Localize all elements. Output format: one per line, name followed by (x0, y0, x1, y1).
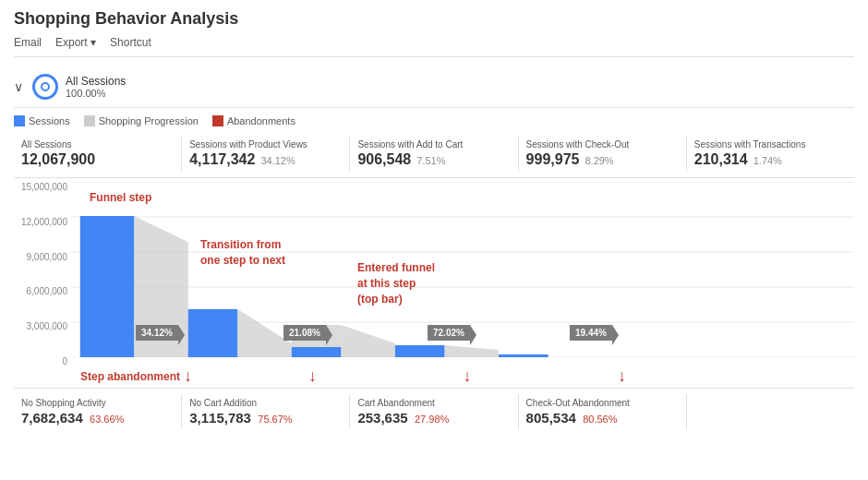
arrow-34: 34.12% (136, 325, 178, 341)
chart-area: 34.12% 21.08% 72.02% (71, 182, 854, 366)
segment-name: All Sessions (66, 75, 126, 88)
abandon-annotation: Step abandonment (80, 370, 180, 383)
abandon-no-cart: No Cart Addition 3,115,783 75.67% (182, 394, 350, 429)
sessions-color (14, 115, 25, 126)
arrow-72: 72.02% (428, 325, 470, 341)
y-axis: 15,000,000 12,000,000 9,000,000 6,000,00… (14, 182, 71, 366)
svg-marker-12 (341, 325, 394, 357)
abandon-arrow-icon: ↓ (184, 366, 192, 386)
metric-checkout: Sessions with Check-Out 999,9758.29% (519, 136, 687, 172)
legend-progression: Shopping Progression (84, 115, 199, 126)
legend-abandonments: Abandonments (212, 115, 295, 126)
segment-pct: 100.00% (66, 88, 126, 99)
email-button[interactable]: Email (14, 36, 42, 49)
down-arrow-2: ↓ (308, 366, 317, 386)
svg-rect-6 (80, 216, 134, 357)
metric-transactions: Sessions with Transactions 210,3141.74% (687, 136, 854, 172)
segment-chevron[interactable]: ∨ (14, 79, 23, 94)
abandonment-row: No Shopping Activity 7,682,634 63.66% No… (14, 388, 854, 429)
abandon-no-shopping: No Shopping Activity 7,682,634 63.66% (14, 394, 182, 429)
page-title: Shopping Behavior Analysis (14, 9, 854, 29)
export-button[interactable]: Export (55, 36, 96, 49)
metric-product-views: Sessions with Product Views 4,117,34234.… (182, 136, 350, 172)
abandon-cart: Cart Abandonment 253,635 27.98% (350, 394, 518, 429)
legend-sessions: Sessions (14, 115, 70, 126)
svg-rect-8 (188, 309, 238, 357)
progression-color (84, 115, 95, 126)
metric-add-to-cart: Sessions with Add to Cart 906,5487.51% (350, 136, 518, 172)
down-arrow-4: ↓ (618, 366, 626, 386)
abandon-checkout: Check-Out Abandonment 805,534 80.56% (519, 394, 687, 429)
legend: Sessions Shopping Progression Abandonmen… (14, 115, 854, 126)
svg-rect-15 (499, 354, 549, 357)
metrics-row: All Sessions 12,067,900 Sessions with Pr… (14, 136, 854, 178)
shortcut-button[interactable]: Shortcut (110, 36, 151, 49)
segment-icon (32, 74, 58, 100)
abandon-arrows-row: Step abandonment ↓ ↓ ↓ ↓ (14, 366, 854, 386)
arrow-21: 21.08% (283, 325, 326, 341)
svg-rect-11 (292, 347, 342, 357)
svg-marker-14 (445, 345, 499, 357)
arrow-19: 19.44% (570, 325, 612, 341)
abandon-empty (687, 394, 854, 429)
abandonments-color (212, 115, 223, 126)
metric-all-sessions: All Sessions 12,067,900 (14, 136, 182, 172)
down-arrow-3: ↓ (463, 366, 471, 386)
svg-rect-13 (395, 345, 445, 357)
